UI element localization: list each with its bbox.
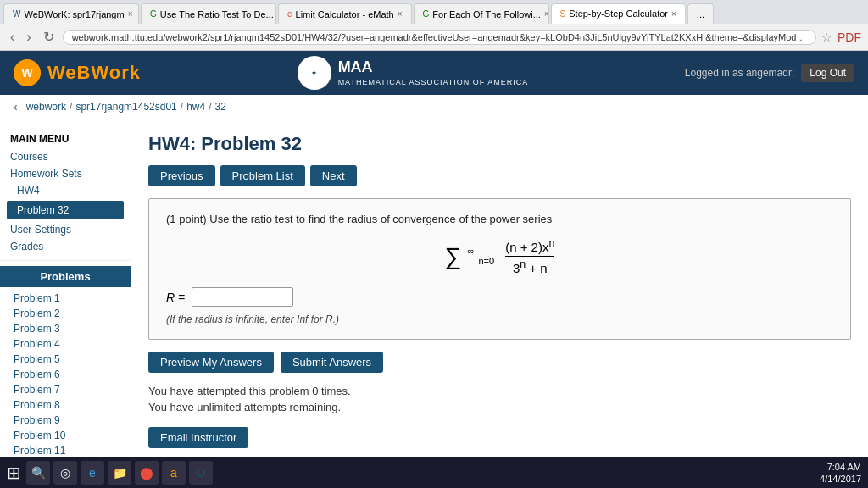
bookmark-icon[interactable]: ☆ xyxy=(821,30,832,44)
breadcrumb-course[interactable]: spr17rjangm1452sd01 xyxy=(75,101,176,113)
sidebar-problem-2[interactable]: Problem 2 xyxy=(0,306,131,321)
site-header: W WeBWeBWorKWork ✦ MAA MATHEMATICAL ASSO… xyxy=(0,51,868,95)
sidebar-courses[interactable]: Courses xyxy=(0,148,131,165)
sidebar-hw4[interactable]: HW4 xyxy=(0,182,131,199)
tab-5-favicon: S xyxy=(560,9,566,19)
problem-list-button[interactable]: Problem List xyxy=(220,165,305,186)
webwork-logo: W WeBWeBWorKWork xyxy=(14,59,141,86)
tab-2[interactable]: G Use The Ratio Test To De... × xyxy=(141,3,276,24)
taskbar: ⊞ 🔍 ◎ e 📁 ⬤ a O 7:04 AM 4/14/2017 xyxy=(0,458,868,458)
sidebar-problem-5[interactable]: Problem 5 xyxy=(0,352,131,367)
forward-button[interactable]: › xyxy=(23,28,34,47)
maa-subtitle: MATHEMATICAL ASSOCIATION OF AMERICA xyxy=(338,78,529,88)
problem-statement: (1 point) Use the ratio test to find the… xyxy=(166,213,833,225)
tab-4-close[interactable]: × xyxy=(544,9,549,19)
answer-label: R = xyxy=(166,291,185,304)
attempt-text-2: You have unlimited attempts remaining. xyxy=(148,401,851,413)
sidebar-problem-7[interactable]: Problem 7 xyxy=(0,382,131,397)
sidebar-homework-sets[interactable]: Homework Sets xyxy=(0,165,131,182)
tab-1-close[interactable]: × xyxy=(128,9,133,19)
header-right: Logged in as angemadr: Log Out xyxy=(685,64,854,82)
problem-box: (1 point) Use the ratio test to find the… xyxy=(148,198,851,340)
address-bar[interactable]: webwork.math.ttu.edu/webwork2/spr1/rjang… xyxy=(63,30,816,45)
formula-upper: ∞ xyxy=(468,246,475,256)
breadcrumb-bar: ‹ webwork / spr17rjangm1452sd01 / hw4 / … xyxy=(0,95,868,119)
breadcrumb-hw4[interactable]: hw4 xyxy=(186,101,205,113)
tab-5-label: Step-by-Step Calculator xyxy=(569,8,668,19)
back-button[interactable]: ‹ xyxy=(7,28,18,47)
tab-2-label: Use The Ratio Test To De... xyxy=(160,9,274,19)
breadcrumb-problem: 32 xyxy=(215,101,226,113)
breadcrumb-sep-3: / xyxy=(209,101,211,113)
next-button[interactable]: Next xyxy=(310,165,357,186)
previous-button[interactable]: Previous xyxy=(148,165,215,186)
page-title: HW4: Problem 32 xyxy=(148,133,851,155)
submit-button[interactable]: Submit Answers xyxy=(281,352,383,373)
breadcrumb-sep-2: / xyxy=(181,101,183,113)
sidebar-grades[interactable]: Grades xyxy=(0,238,131,255)
browser-bar: ‹ › ↻ webwork.math.ttu.edu/webwork2/spr1… xyxy=(0,24,868,51)
breadcrumb-sep-1: / xyxy=(70,101,72,113)
tab-3-close[interactable]: × xyxy=(398,9,403,19)
sidebar-divider xyxy=(0,260,131,261)
breadcrumb-webwork[interactable]: webwork xyxy=(26,101,66,113)
sidebar-problem-4[interactable]: Problem 4 xyxy=(0,336,131,352)
maa-logo: ✦ MAA MATHEMATICAL ASSOCIATION OF AMERIC… xyxy=(298,56,529,90)
we-text: We xyxy=(47,62,77,83)
sidebar-problem-3[interactable]: Problem 3 xyxy=(0,321,131,336)
answer-input[interactable] xyxy=(192,287,293,307)
tab-3[interactable]: e Limit Calculator - eMath × xyxy=(278,3,412,24)
sidebar-problem-6[interactable]: Problem 6 xyxy=(0,367,131,382)
formula-fraction: (n + 2)xn 3n + n xyxy=(505,261,554,275)
tab-3-favicon: e xyxy=(287,9,292,19)
sidebar: MAIN MENU Courses Homework Sets HW4 Prob… xyxy=(0,119,131,458)
problem-list: Problem 1Problem 2Problem 3Problem 4Prob… xyxy=(0,291,131,458)
tab-4-label: For Each Of The Followi... xyxy=(432,9,541,19)
sidebar-problem-11[interactable]: Problem 11 xyxy=(0,443,131,458)
logo-letter: W xyxy=(21,66,32,80)
logo-icon: W xyxy=(14,59,41,86)
main-menu-title: MAIN MENU xyxy=(0,128,131,148)
hint-text: (If the radius is infinite, enter Inf fo… xyxy=(166,313,833,325)
tab-1-favicon: W xyxy=(13,9,20,19)
sidebar-user-settings[interactable]: User Settings xyxy=(0,221,131,238)
main-layout: MAIN MENU Courses Homework Sets HW4 Prob… xyxy=(0,119,868,458)
logged-in-text: Logged in as angemadr: xyxy=(685,67,794,79)
browser-tabs: W WeBWorK: spr17rjangm × G Use The Ratio… xyxy=(0,0,868,24)
toolbar: Previous Problem List Next xyxy=(148,165,851,186)
tab-2-favicon: G xyxy=(150,9,157,19)
tab-5-close[interactable]: × xyxy=(671,9,676,19)
reload-button[interactable]: ↻ xyxy=(40,27,58,47)
attempt-text-1: You have attempted this problem 0 times. xyxy=(148,385,851,397)
tab-1[interactable]: W WeBWorK: spr17rjangm × xyxy=(3,3,139,24)
b-text: B xyxy=(77,62,92,83)
formula-lower: n=0 xyxy=(478,256,494,266)
sidebar-problem-10[interactable]: Problem 10 xyxy=(0,428,131,443)
maa-emblem-text: ✦ xyxy=(311,69,317,77)
sidebar-problem-1[interactable]: Problem 1 xyxy=(0,291,131,306)
problems-header: Problems xyxy=(0,266,131,287)
sidebar-problem-8[interactable]: Problem 8 xyxy=(0,397,131,413)
tab-1-label: WeBWorK: spr17rjangm xyxy=(24,9,124,19)
tab-6[interactable]: ... xyxy=(687,3,714,24)
logout-button[interactable]: Log Out xyxy=(801,64,854,82)
tab-4[interactable]: G For Each Of The Followi... × xyxy=(414,3,549,24)
content-area: HW4: Problem 32 Previous Problem List Ne… xyxy=(131,119,868,458)
math-formula: ∑ ∞ n=0 (n + 2)xn 3n + n xyxy=(166,237,833,275)
maa-emblem: ✦ xyxy=(298,56,331,90)
tab-3-label: Limit Calculator - eMath xyxy=(296,9,394,19)
action-buttons: Preview My Answers Submit Answers xyxy=(148,352,851,373)
tab-4-favicon: G xyxy=(423,9,430,19)
sidebar-problem-9[interactable]: Problem 9 xyxy=(0,413,131,428)
preview-button[interactable]: Preview My Answers xyxy=(148,352,274,373)
formula-numerator: (n + 2)xn xyxy=(505,237,554,257)
email-instructor-button[interactable]: Email Instructor xyxy=(148,427,248,448)
webwork-title: WeBWeBWorKWork xyxy=(47,62,141,84)
tab-6-label: ... xyxy=(697,9,704,19)
sidebar-problem32[interactable]: Problem 32 xyxy=(7,201,124,219)
sigma-icon: ∑ xyxy=(445,243,462,269)
formula-denominator: 3n + n xyxy=(505,257,554,275)
tab-5[interactable]: S Step-by-Step Calculator × xyxy=(551,3,686,24)
pdf-icon: PDF xyxy=(837,30,861,44)
breadcrumb-back[interactable]: ‹ xyxy=(14,100,18,114)
